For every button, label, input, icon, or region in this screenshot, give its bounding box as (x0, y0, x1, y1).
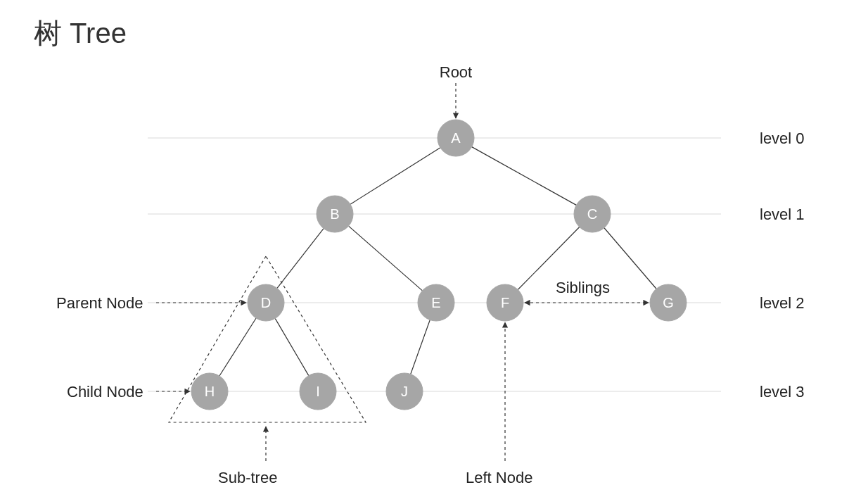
siblings-label: Siblings (556, 279, 610, 296)
tree-diagram: ABCDEFGHIJ RootParent NodeChild NodeSibl… (0, 0, 868, 504)
node-label-I: I (316, 384, 320, 399)
edge-E-J (411, 320, 430, 374)
node-label-C: C (587, 206, 597, 222)
node-H: H (191, 373, 228, 410)
edge-A-C (472, 147, 577, 206)
node-label-G: G (663, 295, 674, 310)
node-J: J (386, 373, 423, 410)
node-I: I (300, 373, 336, 410)
subtree-label: Sub-tree (218, 469, 277, 486)
level-label-2: level 2 (760, 294, 805, 312)
node-label-F: F (501, 295, 509, 310)
edge-B-D (277, 229, 324, 289)
edge-B-E (349, 226, 423, 291)
node-label-J: J (401, 384, 408, 399)
node-label-B: B (330, 206, 339, 222)
edge-C-G (604, 228, 656, 289)
parent-node-label: Parent Node (56, 294, 143, 312)
level-label-0: level 0 (760, 130, 805, 147)
node-E: E (418, 284, 454, 321)
node-D: D (248, 284, 284, 321)
node-A: A (438, 120, 474, 156)
edge-D-I (275, 318, 309, 375)
node-label-D: D (261, 295, 271, 310)
node-label-A: A (451, 130, 461, 146)
node-C: C (574, 196, 611, 232)
level-label-3: level 3 (760, 383, 805, 401)
edge-A-B (350, 148, 440, 204)
left-node-label: Left Node (466, 469, 532, 486)
node-B: B (317, 196, 353, 232)
level-label-1: level 1 (760, 206, 805, 223)
child-node-label: Child Node (67, 383, 143, 401)
node-F: F (487, 284, 523, 321)
root-label: Root (440, 63, 472, 81)
node-label-E: E (431, 295, 440, 310)
node-G: G (650, 284, 687, 321)
node-label-H: H (205, 384, 215, 399)
